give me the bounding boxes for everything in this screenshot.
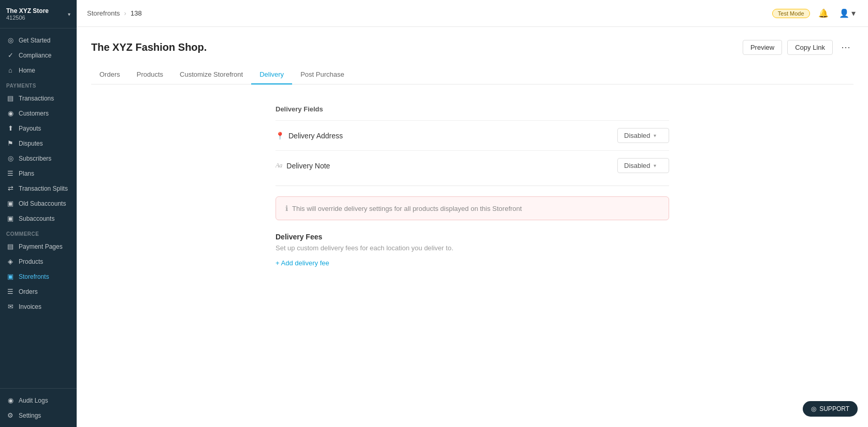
sidebar-item-subscribers[interactable]: ◎ Subscribers <box>0 151 77 166</box>
store-switcher[interactable]: The XYZ Store 412506 ▾ <box>0 0 77 29</box>
sidebar-item-label: Disputes <box>19 140 43 147</box>
sidebar-item-label: Subaccounts <box>19 215 54 222</box>
plans-icon: ☰ <box>6 169 15 177</box>
tab-post-purchase[interactable]: Post Purchase <box>292 65 353 84</box>
delivery-fees-heading: Delivery Fees <box>276 233 669 241</box>
sidebar-item-label: Customers <box>19 110 49 117</box>
tab-delivery[interactable]: Delivery <box>251 65 292 84</box>
chevron-down-icon: ▾ <box>68 11 70 17</box>
sidebar-item-plans[interactable]: ☰ Plans <box>0 166 77 181</box>
invoices-icon: ✉ <box>6 303 15 310</box>
settings-icon: ⚙ <box>6 411 15 419</box>
customers-icon: ◉ <box>6 109 15 117</box>
delivery-note-label: Aa Delivery Note <box>276 162 330 170</box>
add-delivery-fee-link[interactable]: + Add delivery fee <box>276 259 329 267</box>
more-options-button[interactable]: ⋯ <box>838 39 853 55</box>
delivery-note-text: Delivery Note <box>286 162 330 170</box>
chevron-down-icon: ▾ <box>654 133 656 138</box>
sidebar-item-settings[interactable]: ⚙ Settings <box>0 408 77 423</box>
sidebar-item-disputes[interactable]: ⚑ Disputes <box>0 136 77 151</box>
breadcrumb-storefronts[interactable]: Storefronts <box>87 9 120 17</box>
sidebar-item-old-subaccounts[interactable]: ▣ Old Subaccounts <box>0 196 77 211</box>
sidebar-item-storefronts[interactable]: ▣ Storefronts <box>0 269 77 284</box>
info-icon: ℹ <box>285 204 288 212</box>
sidebar-item-subaccounts[interactable]: ▣ Subaccounts <box>0 211 77 226</box>
sidebar-item-compliance[interactable]: ✓ Compliance <box>0 48 77 63</box>
compliance-icon: ✓ <box>6 51 15 59</box>
topbar: Storefronts › 138 Test Mode 🔔 👤 ▾ <box>77 0 868 27</box>
sidebar-item-home[interactable]: ⌂ Home <box>0 63 77 78</box>
tab-customize-storefront[interactable]: Customize Storefront <box>171 65 251 84</box>
breadcrumb-separator: › <box>124 9 126 17</box>
sidebar: The XYZ Store 412506 ▾ ◎ Get Started ✓ C… <box>0 0 77 427</box>
sidebar-item-label: Audit Logs <box>19 397 48 404</box>
subscribers-icon: ◎ <box>6 154 15 162</box>
support-label: SUPPORT <box>819 405 849 412</box>
sidebar-item-payment-pages[interactable]: ▤ Payment Pages <box>0 239 77 254</box>
sidebar-item-products[interactable]: ◈ Products <box>0 254 77 269</box>
delivery-address-label: 📍 Delivery Address <box>276 132 343 140</box>
delivery-address-dropdown[interactable]: Disabled ▾ <box>617 128 669 143</box>
notification-bell-button[interactable]: 🔔 <box>816 6 831 20</box>
subaccounts-icon: ▣ <box>6 215 15 222</box>
delivery-note-value: Disabled <box>624 162 650 169</box>
sidebar-item-audit-logs[interactable]: ◉ Audit Logs <box>0 393 77 408</box>
sidebar-item-get-started[interactable]: ◎ Get Started <box>0 33 77 48</box>
transaction-splits-icon: ⇄ <box>6 184 15 192</box>
sidebar-item-label: Payment Pages <box>19 243 63 250</box>
delivery-fees-sub: Set up custom delivery fees for each loc… <box>276 244 669 252</box>
sidebar-bottom: ◉ Audit Logs ⚙ Settings <box>0 388 77 427</box>
sidebar-item-invoices[interactable]: ✉ Invoices <box>0 299 77 314</box>
sidebar-item-label: Plans <box>19 170 34 177</box>
old-subaccounts-icon: ▣ <box>6 200 15 207</box>
sidebar-item-label: Orders <box>19 288 38 295</box>
support-button[interactable]: ◎ SUPPORT <box>803 401 858 417</box>
tab-orders[interactable]: Orders <box>91 65 128 84</box>
page-title: The XYZ Fashion Shop. <box>91 41 207 53</box>
disputes-icon: ⚑ <box>6 139 15 147</box>
sidebar-item-transaction-splits[interactable]: ⇄ Transaction Splits <box>0 181 77 196</box>
sidebar-item-label: Transactions <box>19 95 54 102</box>
tab-bar: Orders Products Customize Storefront Del… <box>91 65 853 84</box>
section-divider <box>276 186 669 186</box>
sidebar-item-label: Subscribers <box>19 155 51 162</box>
store-id: 412506 <box>6 15 49 21</box>
payment-pages-icon: ▤ <box>6 243 15 250</box>
delivery-content: Delivery Fields 📍 Delivery Address Disab… <box>276 100 669 267</box>
topbar-right: Test Mode 🔔 👤 ▾ <box>772 6 858 20</box>
sidebar-item-label: Home <box>19 67 35 74</box>
commerce-section-label: COMMERCE <box>0 226 77 239</box>
sidebar-item-customers[interactable]: ◉ Customers <box>0 106 77 121</box>
sidebar-item-label: Get Started <box>19 37 50 44</box>
orders-icon: ☰ <box>6 288 15 295</box>
sidebar-item-label: Transaction Splits <box>19 185 68 192</box>
test-mode-badge: Test Mode <box>772 9 810 18</box>
user-profile-button[interactable]: 👤 ▾ <box>837 6 858 20</box>
sidebar-item-transactions[interactable]: ▤ Transactions <box>0 91 77 106</box>
support-icon: ◎ <box>811 405 816 412</box>
page-header: The XYZ Fashion Shop. Preview Copy Link … <box>91 39 853 55</box>
preview-button[interactable]: Preview <box>743 40 782 55</box>
delivery-fees-section: Delivery Fees Set up custom delivery fee… <box>276 233 669 267</box>
chevron-down-icon: ▾ <box>654 163 656 168</box>
location-pin-icon: 📍 <box>276 132 284 140</box>
delivery-note-row: Aa Delivery Note Disabled ▾ <box>276 150 669 180</box>
get-started-icon: ◎ <box>6 36 15 44</box>
warning-banner: ℹ This will override delivery settings f… <box>276 196 669 220</box>
tab-products[interactable]: Products <box>128 65 171 84</box>
delivery-note-dropdown[interactable]: Disabled ▾ <box>617 158 669 173</box>
copy-link-button[interactable]: Copy Link <box>787 40 833 55</box>
sidebar-item-orders[interactable]: ☰ Orders <box>0 284 77 299</box>
delivery-address-row: 📍 Delivery Address Disabled ▾ <box>276 120 669 150</box>
storefronts-icon: ▣ <box>6 273 15 280</box>
sidebar-item-label: Invoices <box>19 303 41 310</box>
main-area: Storefronts › 138 Test Mode 🔔 👤 ▾ The XY… <box>77 0 868 427</box>
sidebar-item-label: Old Subaccounts <box>19 200 66 207</box>
products-icon: ◈ <box>6 258 15 265</box>
sidebar-item-label: Payouts <box>19 125 41 132</box>
breadcrumb: Storefronts › 138 <box>87 9 142 17</box>
home-icon: ⌂ <box>6 66 15 74</box>
sidebar-item-payouts[interactable]: ⬆ Payouts <box>0 121 77 136</box>
transactions-icon: ▤ <box>6 94 15 102</box>
payouts-icon: ⬆ <box>6 124 15 132</box>
